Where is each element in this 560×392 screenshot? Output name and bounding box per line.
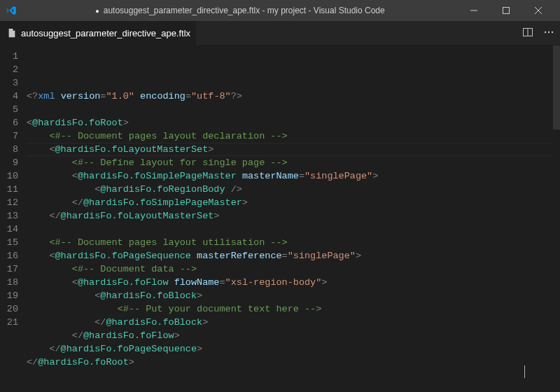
line-number: 13 — [0, 209, 18, 223]
dirty-indicator-icon — [95, 6, 103, 15]
editor-tabbar: autosuggest_parameter_directive_ape.ftlx — [0, 21, 560, 46]
line-number: 19 — [0, 289, 18, 302]
line-number: 9 — [0, 156, 18, 169]
line-number: 2 — [0, 63, 18, 76]
line-number: 7 — [0, 130, 18, 143]
code-line[interactable]: <#-- Put your document text here --> — [27, 302, 560, 316]
svg-point-8 — [552, 31, 553, 32]
line-number: 20 — [0, 302, 18, 316]
code-line[interactable]: <@hardisFo.foPageSequence masterReferenc… — [27, 249, 560, 262]
code-line[interactable]: <#-- Document pages layout declaration -… — [27, 130, 560, 143]
line-number: 1 — [0, 50, 18, 63]
code-line[interactable]: </@hardisFo.foRoot> — [27, 356, 560, 369]
code-line[interactable]: <@hardisFo.foRegionBody /> — [27, 183, 560, 196]
code-line[interactable]: </@hardisFo.foFlow> — [27, 329, 560, 342]
minimize-button[interactable] — [458, 0, 490, 21]
line-number: 21 — [0, 316, 18, 329]
code-line[interactable]: </@hardisFo.foLayoutMasterSet> — [27, 209, 560, 223]
window-title: autosuggest_parameter_directive_ape.ftlx… — [22, 6, 458, 15]
code-line[interactable]: <@hardisFo.foLayoutMasterSet> — [27, 143, 560, 156]
vertical-scrollbar[interactable] — [553, 46, 560, 392]
line-number: 5 — [0, 103, 18, 116]
tabbar-actions — [517, 21, 560, 45]
svg-point-7 — [548, 31, 550, 32]
window-titlebar: autosuggest_parameter_directive_ape.ftlx… — [0, 0, 560, 21]
code-line[interactable] — [27, 103, 560, 116]
code-line[interactable]: </@hardisFo.foSimplePageMaster> — [27, 196, 560, 209]
line-number: 14 — [0, 223, 18, 236]
line-number: 4 — [0, 90, 18, 103]
code-line[interactable]: <@hardisFo.foBlock> — [27, 289, 560, 302]
maximize-button[interactable] — [490, 0, 522, 21]
window-controls — [458, 0, 554, 21]
close-button[interactable] — [522, 0, 554, 21]
tab-active[interactable]: autosuggest_parameter_directive_ape.ftlx — [0, 21, 196, 45]
code-line[interactable]: <#-- Define layout for single page --> — [27, 156, 560, 169]
code-line[interactable]: <#-- Document pages layout utilisation -… — [27, 236, 560, 249]
file-type-icon — [7, 27, 17, 38]
code-line[interactable]: <@hardisFo.foRoot> — [27, 116, 560, 130]
line-number: 15 — [0, 236, 18, 249]
svg-rect-1 — [503, 8, 510, 14]
vscode-logo-icon — [6, 5, 17, 16]
line-number-gutter: 123456789101112131415161718192021 — [0, 46, 27, 392]
code-line[interactable]: <#-- Document data --> — [27, 262, 560, 276]
line-number: 16 — [0, 249, 18, 262]
line-number: 6 — [0, 116, 18, 130]
line-number: 18 — [0, 276, 18, 289]
code-line[interactable]: <?xml version="1.0" encoding="utf-8"?> — [27, 90, 560, 103]
line-number: 17 — [0, 262, 18, 276]
code-line[interactable] — [27, 223, 560, 236]
code-line[interactable]: </@hardisFo.foPageSequence> — [27, 342, 560, 356]
more-actions-icon[interactable] — [543, 27, 554, 40]
line-number: 11 — [0, 183, 18, 196]
code-content[interactable]: <?xml version="1.0" encoding="utf-8"?><@… — [27, 46, 560, 392]
line-number: 3 — [0, 76, 18, 90]
scrollbar-thumb[interactable] — [553, 46, 560, 130]
code-line[interactable]: </@hardisFo.foBlock> — [27, 316, 560, 329]
line-number: 10 — [0, 169, 18, 183]
line-number: 8 — [0, 143, 18, 156]
tab-filename: autosuggest_parameter_directive_ape.ftlx — [21, 28, 190, 38]
split-editor-icon[interactable] — [522, 27, 533, 40]
line-number: 12 — [0, 196, 18, 209]
svg-point-6 — [545, 31, 546, 32]
code-line[interactable]: <@hardisFo.foSimplePageMaster masterName… — [27, 169, 560, 183]
editor[interactable]: 123456789101112131415161718192021 <?xml … — [0, 46, 560, 392]
code-line[interactable]: <@hardisFo.foFlow flowName="xsl-region-b… — [27, 276, 560, 289]
